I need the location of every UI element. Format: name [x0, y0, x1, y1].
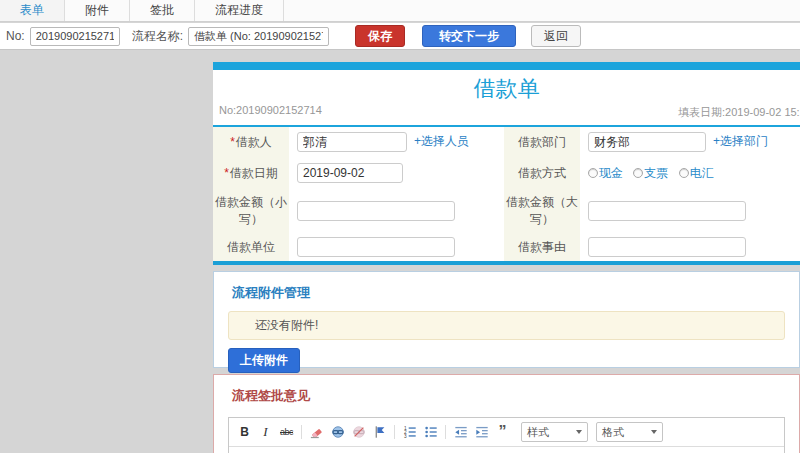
table-row: 借款金额（小写） 借款金额（大写） — [213, 189, 800, 233]
no-input[interactable] — [30, 27, 120, 46]
loan-date-input[interactable] — [297, 163, 403, 183]
form-doc-no: No:20190902152714 — [219, 104, 322, 116]
panel-top-accent-bar — [213, 62, 800, 70]
next-step-button[interactable]: 转交下一步 — [422, 25, 516, 47]
loan-date-field-cell — [289, 157, 504, 189]
form-fill-date: 填表日期:2019-09-02 15:27:1 — [678, 105, 800, 120]
link-icon[interactable] — [328, 424, 347, 441]
radio-circle-icon[interactable] — [679, 168, 689, 178]
bold-icon[interactable]: B — [235, 424, 254, 441]
radio-circle-icon[interactable] — [588, 168, 598, 178]
attachment-panel-title: 流程附件管理 — [232, 284, 799, 302]
amount-lower-label-text: 借款金额（小写） — [215, 195, 287, 226]
borrower-field-cell: +选择人员 — [289, 127, 504, 157]
process-name-input[interactable] — [188, 27, 329, 46]
radio-cash[interactable]: 现金 — [588, 166, 623, 180]
outdent-icon[interactable] — [451, 424, 470, 441]
radio-wire-transfer[interactable]: 电汇 — [679, 166, 714, 180]
required-asterisk: * — [224, 166, 229, 180]
table-row: *借款人 +选择人员 借款部门 +选择部门 — [213, 127, 800, 157]
remove-format-icon[interactable] — [307, 424, 326, 441]
borrower-label: *借款人 — [213, 127, 289, 157]
amount-upper-label-text: 借款金额（大写） — [506, 195, 578, 226]
blockquote-icon[interactable]: ” — [493, 424, 512, 441]
editor-content-area[interactable] — [229, 447, 784, 453]
approval-panel-title: 流程签批意见 — [232, 387, 799, 405]
indent-icon[interactable] — [472, 424, 491, 441]
bulleted-list-icon[interactable] — [421, 424, 440, 441]
loan-reason-input[interactable] — [588, 237, 746, 257]
format-combo[interactable]: 格式 — [596, 422, 663, 442]
radio-cheque[interactable]: 支票 — [633, 166, 668, 180]
amount-upper-label: 借款金额（大写） — [504, 189, 580, 233]
radio-cash-label: 现金 — [599, 166, 623, 180]
radio-cheque-label: 支票 — [644, 166, 668, 180]
save-button[interactable]: 保存 — [355, 25, 405, 47]
loan-date-label-text: 借款日期 — [230, 166, 278, 180]
strikethrough-icon[interactable]: abc — [277, 424, 296, 441]
upload-attachment-button[interactable]: 上传附件 — [228, 348, 300, 373]
loan-unit-label-text: 借款单位 — [227, 240, 275, 254]
tab-process-progress[interactable]: 流程进度 — [195, 0, 284, 21]
table-row: 借款单位 借款事由 — [213, 233, 800, 261]
borrower-label-text: 借款人 — [236, 135, 272, 149]
tab-bar: 表单 附件 签批 流程进度 — [0, 0, 800, 22]
unlink-icon[interactable] — [349, 424, 368, 441]
editor-toolbar: B I abc 123 — [229, 418, 784, 447]
borrower-input[interactable] — [297, 132, 407, 152]
svg-text:3: 3 — [404, 434, 407, 439]
no-attachment-alert: 还没有附件! — [228, 311, 785, 340]
action-toolbar: No: 流程名称: 保存 转交下一步 返回 — [0, 23, 800, 50]
numbered-list-icon[interactable]: 123 — [400, 424, 419, 441]
form-title: 借款单 — [213, 77, 800, 101]
department-label-text: 借款部门 — [518, 135, 566, 149]
department-input[interactable] — [588, 132, 706, 152]
loan-form-page: { "tabs": { "items": [ { "label": "表单", … — [0, 0, 800, 453]
toolbar-separator — [301, 425, 302, 439]
loan-method-label-text: 借款方式 — [518, 166, 566, 180]
amount-upper-input[interactable] — [588, 201, 746, 221]
chevron-down-icon — [651, 430, 657, 434]
loan-unit-input[interactable] — [297, 237, 455, 257]
tab-form[interactable]: 表单 — [0, 0, 65, 21]
amount-lower-input[interactable] — [297, 201, 455, 221]
rich-text-editor: B I abc 123 — [228, 417, 785, 453]
radio-circle-icon[interactable] — [633, 168, 643, 178]
table-row: *借款日期 借款方式 现金 支票 电汇 — [213, 157, 800, 189]
italic-icon[interactable]: I — [256, 424, 275, 441]
tab-attachment[interactable]: 附件 — [65, 0, 130, 21]
loan-date-label: *借款日期 — [213, 157, 289, 189]
toolbar-separator — [394, 425, 395, 439]
loan-unit-label: 借款单位 — [213, 233, 289, 261]
department-field-cell: +选择部门 — [580, 127, 800, 157]
loan-form-panel: 借款单 No:20190902152714 填表日期:2019-09-02 15… — [213, 62, 800, 265]
select-department-link[interactable]: +选择部门 — [713, 134, 768, 148]
department-label: 借款部门 — [504, 127, 580, 157]
format-combo-label: 格式 — [602, 425, 647, 440]
back-button[interactable]: 返回 — [531, 25, 581, 47]
process-name-label: 流程名称: — [132, 28, 183, 45]
loan-unit-field-cell — [289, 233, 504, 261]
panel-bottom-accent-bar — [213, 261, 800, 265]
attachment-panel: 流程附件管理 还没有附件! 上传附件 — [213, 271, 800, 368]
main-content: 借款单 No:20190902152714 填表日期:2019-09-02 15… — [213, 62, 800, 453]
amount-upper-field-cell — [580, 189, 800, 233]
no-label: No: — [6, 29, 25, 43]
amount-lower-label: 借款金额（小写） — [213, 189, 289, 233]
loan-reason-label: 借款事由 — [504, 233, 580, 261]
select-person-link[interactable]: +选择人员 — [414, 134, 469, 148]
approval-panel: 流程签批意见 B I abc — [213, 374, 800, 453]
styles-combo[interactable]: 样式 — [521, 422, 588, 442]
amount-lower-field-cell — [289, 189, 504, 233]
loan-method-label: 借款方式 — [504, 157, 580, 189]
loan-method-field-cell: 现金 支票 电汇 — [580, 157, 800, 189]
loan-method-radio-group: 现金 支票 电汇 — [588, 166, 721, 180]
chevron-down-icon — [576, 430, 582, 434]
toolbar-separator — [445, 425, 446, 439]
radio-wire-label: 电汇 — [690, 166, 714, 180]
tab-approval[interactable]: 签批 — [130, 0, 195, 21]
loan-form-table: *借款人 +选择人员 借款部门 +选择部门 *借款日期 借款方式 现金 — [213, 127, 800, 261]
loan-reason-field-cell — [580, 233, 800, 261]
anchor-flag-icon[interactable] — [370, 424, 389, 441]
form-info-row: No:20190902152714 填表日期:2019-09-02 15:27:… — [213, 104, 800, 120]
